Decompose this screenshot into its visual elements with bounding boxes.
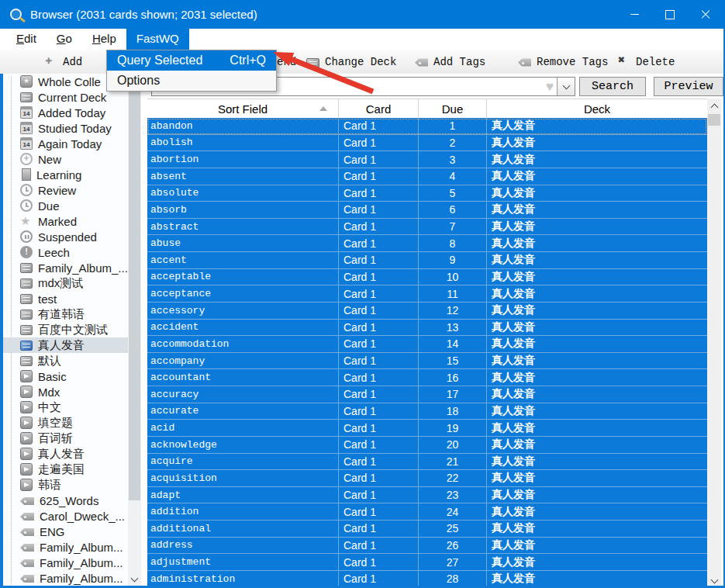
table-row[interactable]: acceptable Card 1 10 真人发音 (147, 269, 707, 286)
sidebar-item[interactable]: Carol_Dweck_... (3, 508, 128, 524)
table-scroll-up-button[interactable] (707, 99, 721, 113)
sidebar-item[interactable]: 默认 (3, 353, 128, 368)
table-row[interactable]: absorb Card 1 6 真人发音 (147, 202, 707, 219)
favorite-heart-icon[interactable]: ♥ (546, 80, 554, 93)
sidebar-item[interactable]: Learning (3, 167, 128, 182)
maximize-button[interactable] (652, 0, 688, 29)
sidebar-item[interactable]: Added Today (3, 105, 128, 120)
cell-deck: 真人发音 (487, 320, 707, 336)
menubar-item[interactable]: Help (82, 29, 126, 50)
sidebar-item[interactable]: Due (3, 198, 128, 213)
table-row[interactable]: accompany Card 1 15 真人发音 (147, 353, 707, 370)
table-row[interactable]: additional Card 1 25 真人发音 (147, 521, 707, 538)
sidebar-item[interactable]: Review (3, 182, 128, 198)
column-header-deck[interactable]: Deck (487, 99, 707, 118)
sidebar-item[interactable]: Leech (3, 244, 128, 260)
sidebar-item[interactable]: 百度中文测试 (3, 322, 128, 337)
menu-item-query-selected[interactable]: Query Selected Ctrl+Q (107, 50, 276, 71)
table-row[interactable]: acid Card 1 19 真人发音 (147, 420, 707, 437)
sidebar-scroll-down-button[interactable] (128, 572, 141, 586)
sidebar-item[interactable]: Family_Album... (3, 570, 128, 586)
sidebar-scrollbar[interactable] (128, 74, 141, 588)
sidebar-item[interactable]: Basic (3, 368, 128, 384)
table-row[interactable]: absent Card 1 4 真人发音 (147, 168, 707, 185)
search-button[interactable]: Search (579, 77, 646, 96)
sidebar-item[interactable]: mdx测试 (3, 275, 128, 291)
sidebar-item[interactable]: Family_Album... (3, 555, 128, 570)
menu-item-options[interactable]: Options (107, 71, 276, 91)
sidebar-item[interactable]: Suspended (3, 229, 128, 244)
column-header-card[interactable]: Card (339, 99, 419, 118)
sidebar-item[interactable]: Family_Album... (3, 539, 128, 555)
column-header-sort-field[interactable]: Sort Field (147, 99, 339, 118)
delete-button[interactable]: Delete (618, 50, 675, 74)
sidebar-item[interactable]: 填空题 (3, 415, 128, 431)
sidebar-item[interactable]: ENG (3, 524, 128, 539)
table-row[interactable]: abolish Card 1 2 真人发音 (147, 135, 707, 152)
delete-x-icon (618, 56, 630, 68)
sidebar-scrollbar-thumb[interactable] (129, 89, 140, 500)
table-row[interactable]: abuse Card 1 8 真人发音 (147, 235, 707, 252)
menubar-item[interactable]: FastWQ (126, 29, 189, 50)
column-header-due[interactable]: Due (419, 99, 487, 118)
preview-button[interactable]: Preview (654, 77, 723, 96)
sidebar-item[interactable]: 走遍美国 (3, 462, 128, 477)
sidebar-item[interactable]: 有道韩语 (3, 306, 128, 322)
table-row[interactable]: adjustment Card 1 27 真人发音 (147, 554, 707, 571)
table-row[interactable]: address Card 1 26 真人发音 (147, 538, 707, 555)
table-row[interactable]: acceptance Card 1 11 真人发音 (147, 285, 707, 303)
table-row[interactable]: accommodation Card 1 14 真人发音 (147, 336, 707, 353)
menubar-item[interactable]: Edit (6, 29, 47, 50)
suspend-button-partial[interactable]: end (277, 50, 296, 74)
sidebar-item[interactable]: 真人发音 (3, 446, 128, 462)
cell-due: 8 (419, 235, 487, 251)
sidebar-item[interactable]: 韩语 (3, 477, 128, 493)
sidebar-item[interactable]: 百词斩 (3, 431, 128, 446)
close-button[interactable] (688, 0, 723, 29)
cell-deck: 真人发音 (487, 303, 707, 319)
sidebar-item[interactable]: Mdx (3, 384, 128, 399)
change-deck-button[interactable]: Change Deck (306, 50, 396, 74)
add-button[interactable]: Add (45, 50, 82, 74)
sidebar-item[interactable]: 中文 (3, 399, 128, 415)
cell-sort-field: acknowledge (147, 437, 339, 453)
remove-tags-button[interactable]: Remove Tags (518, 50, 608, 74)
table-row[interactable]: accuracy Card 1 17 真人发音 (147, 386, 707, 403)
sidebar-item[interactable]: Again Today (3, 136, 128, 151)
cell-sort-field: abolish (147, 135, 339, 151)
window-border-left (0, 74, 3, 588)
sidebar-item[interactable]: Family_Album_... (3, 260, 128, 275)
cell-due: 7 (419, 219, 487, 235)
sidebar-item[interactable]: Marked (3, 213, 128, 229)
table-row[interactable]: addition Card 1 24 真人发音 (147, 503, 707, 521)
table-scrollbar-thumb[interactable] (708, 114, 720, 126)
sidebar-item[interactable]: 真人发音 (3, 337, 128, 353)
table-row[interactable]: accessory Card 1 12 真人发音 (147, 303, 707, 320)
table-row[interactable]: acquisition Card 1 22 真人发音 (147, 470, 707, 487)
sidebar-item[interactable]: New (3, 151, 128, 167)
table-row[interactable]: acquire Card 1 21 真人发音 (147, 454, 707, 471)
table-row[interactable]: absolute Card 1 5 真人发音 (147, 185, 707, 202)
cell-due: 21 (419, 454, 487, 470)
cell-sort-field: absent (147, 168, 339, 185)
menubar-item[interactable]: Go (47, 29, 82, 50)
table-row[interactable]: abortion Card 1 3 真人发音 (147, 151, 707, 168)
sidebar-item[interactable]: test (3, 291, 128, 306)
add-tags-button[interactable]: Add Tags (415, 50, 485, 74)
sidebar-item[interactable]: Studied Today (3, 120, 128, 136)
table-row[interactable]: abstract Card 1 7 真人发音 (147, 219, 707, 236)
table-row[interactable]: acknowledge Card 1 20 真人发音 (147, 437, 707, 454)
sidebar-item[interactable]: Current Deck (3, 89, 128, 105)
table-scrollbar[interactable] (707, 99, 721, 588)
table-header: Sort Field Card Due Deck (147, 99, 707, 118)
table-row[interactable]: abandon Card 1 1 真人发音 (147, 118, 707, 135)
table-row[interactable]: accent Card 1 9 真人发音 (147, 252, 707, 269)
sidebar-item[interactable]: 625_Words (3, 493, 128, 508)
table-row[interactable]: accident Card 1 13 真人发音 (147, 320, 707, 337)
table-row[interactable]: adapt Card 1 23 真人发音 (147, 487, 707, 504)
table-row[interactable]: accountant Card 1 16 真人发音 (147, 369, 707, 386)
search-history-dropdown[interactable] (557, 78, 575, 95)
minimize-button[interactable] (616, 0, 652, 29)
table-row[interactable]: accurate Card 1 18 真人发音 (147, 403, 707, 420)
sidebar-item-icon (20, 199, 33, 212)
